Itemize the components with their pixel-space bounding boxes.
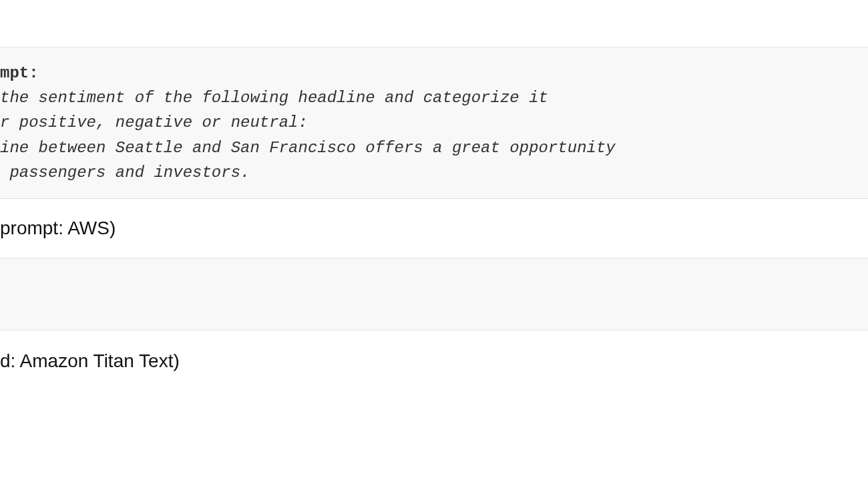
code-line-3: r positive, negative or neutral:	[0, 110, 868, 135]
output-placeholder-block	[0, 258, 868, 330]
code-line-prompt-label: mpt:	[0, 61, 868, 85]
user-prompt-code-block: mpt: the sentiment of the following head…	[0, 47, 868, 199]
caption-model-source: d: Amazon Titan Text)	[0, 330, 868, 392]
code-line-2: the sentiment of the following headline …	[0, 85, 868, 110]
caption-prompt-source: prompt: AWS)	[0, 199, 868, 258]
code-line-5: passengers and investors.	[0, 160, 868, 185]
code-line-4: ine between Seattle and San Francisco of…	[0, 136, 868, 160]
